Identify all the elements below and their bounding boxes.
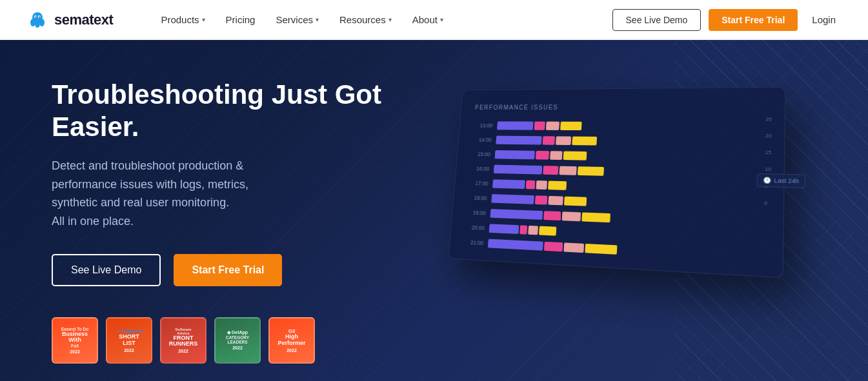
resources-chevron-icon: ▾ <box>389 16 392 23</box>
svg-point-6 <box>35 16 37 17</box>
chart-row: 16:00 <box>470 164 767 180</box>
chart-row: 17:00 <box>469 179 767 196</box>
badge-software-advice: SoftwareAdvice FRONTRUNNERS 2022 <box>160 317 207 364</box>
chart-rows: 13:00 14:00 <box>463 121 767 262</box>
hero-section: Troubleshooting Just Got Easier. Detect … <box>0 40 868 381</box>
badge-g2-easy: Easiest To Do Business With Fall 2022 <box>52 317 98 364</box>
nav-links: Products ▾ Pricing Services ▾ Resources … <box>152 9 612 30</box>
y-axis: 25 20 15 10 5 0 <box>764 116 772 206</box>
hero-content: Troubleshooting Just Got Easier. Detect … <box>52 79 387 364</box>
chart-time-badge: 🕐 Last 24h <box>757 173 805 188</box>
badge-getapp: ◆ GetApp CATEGORYLEADERS 2022 <box>214 317 261 364</box>
nav-login-link[interactable]: Login <box>805 9 842 30</box>
nav-right: See Live Demo Start Free Trial Login <box>612 9 842 31</box>
hero-buttons: See Live Demo Start Free Trial <box>52 254 387 286</box>
chart-row: 14:00 <box>472 135 767 147</box>
hero-chart-area: PERFORMANCE ISSUES 25 20 15 10 5 0 13:00 <box>387 86 816 357</box>
badge-g2-high-performer: G2 HighPerformer 2022 <box>268 317 315 364</box>
svg-point-1 <box>30 19 35 26</box>
about-chevron-icon: ▾ <box>440 16 443 23</box>
nav-about[interactable]: About ▾ <box>403 9 452 30</box>
nav-products[interactable]: Products ▾ <box>152 9 214 30</box>
hero-demo-button[interactable]: See Live Demo <box>52 254 161 286</box>
svg-point-7 <box>39 16 41 17</box>
chart-title: PERFORMANCE ISSUES <box>475 103 768 111</box>
chart-container: PERFORMANCE ISSUES 25 20 15 10 5 0 13:00 <box>442 86 816 357</box>
logo-text: sematext <box>54 12 113 28</box>
logo[interactable]: sematext <box>26 8 113 32</box>
nav-trial-button[interactable]: Start Free Trial <box>709 9 798 31</box>
hero-headline: Troubleshooting Just Got Easier. <box>52 79 387 144</box>
nav-pricing[interactable]: Pricing <box>217 9 265 30</box>
svg-point-3 <box>39 19 45 26</box>
badge-capterra: ✓ Capterra SHORTLIST 2022 <box>106 317 152 364</box>
chart-row: 15:00 <box>470 150 767 163</box>
nav-services[interactable]: Services ▾ <box>267 9 328 30</box>
nav-resources[interactable]: Resources ▾ <box>330 9 401 30</box>
navbar: sematext Products ▾ Pricing Services ▾ R… <box>0 0 868 40</box>
nav-demo-button[interactable]: See Live Demo <box>612 9 701 31</box>
award-badges: Easiest To Do Business With Fall 2022 ✓ … <box>52 317 387 364</box>
chart-row: 13:00 <box>473 121 767 132</box>
products-chevron-icon: ▾ <box>202 16 205 23</box>
chart-panel: PERFORMANCE ISSUES 25 20 15 10 5 0 13:00 <box>448 87 785 278</box>
services-chevron-icon: ▾ <box>316 16 319 23</box>
logo-icon <box>26 8 49 32</box>
hero-trial-button[interactable]: Start Free Trial <box>174 254 282 286</box>
hero-subtext: Detect and troubleshoot production &perf… <box>52 157 387 231</box>
svg-point-2 <box>35 20 40 28</box>
